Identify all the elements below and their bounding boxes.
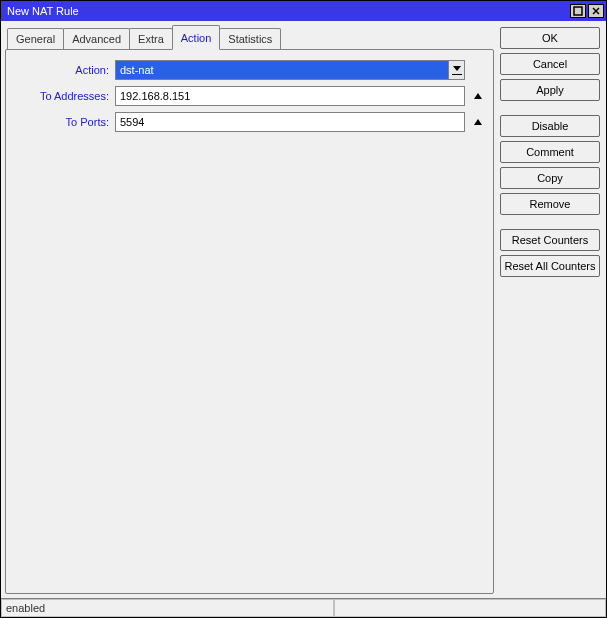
tab-action[interactable]: Action (172, 25, 221, 50)
reset-all-counters-button[interactable]: Reset All Counters (500, 255, 600, 277)
row-action: Action: dst-nat (14, 60, 485, 80)
to-ports-input[interactable] (115, 112, 465, 132)
tab-extra[interactable]: Extra (129, 28, 173, 49)
apply-button[interactable]: Apply (500, 79, 600, 101)
comment-button[interactable]: Comment (500, 141, 600, 163)
close-button[interactable] (588, 4, 604, 18)
dropdown-arrow-icon (448, 61, 464, 79)
collapse-to-ports-icon[interactable] (471, 119, 485, 125)
tab-strip: General Advanced Extra Action Statistics (5, 25, 494, 49)
titlebar: New NAT Rule (1, 1, 606, 21)
status-cell-empty (334, 599, 606, 617)
collapse-to-addresses-icon[interactable] (471, 93, 485, 99)
maximize-button[interactable] (570, 4, 586, 18)
to-addresses-input[interactable] (115, 86, 465, 106)
action-dropdown[interactable]: dst-nat (115, 60, 465, 80)
tab-advanced[interactable]: Advanced (63, 28, 130, 49)
tab-statistics[interactable]: Statistics (219, 28, 281, 49)
svg-rect-0 (574, 7, 582, 15)
to-ports-label: To Ports: (14, 116, 109, 128)
tab-general[interactable]: General (7, 28, 64, 49)
main-area: General Advanced Extra Action Statistics… (5, 25, 494, 594)
row-to-ports: To Ports: (14, 112, 485, 132)
row-to-addresses: To Addresses: (14, 86, 485, 106)
action-selected-value: dst-nat (116, 61, 448, 79)
status-text: enabled (1, 599, 334, 617)
tab-panel-action: Action: dst-nat (5, 49, 494, 594)
disable-button[interactable]: Disable (500, 115, 600, 137)
status-bar: enabled (1, 598, 606, 617)
to-addresses-label: To Addresses: (14, 90, 109, 102)
upper-section: General Advanced Extra Action Statistics… (1, 21, 606, 598)
cancel-button[interactable]: Cancel (500, 53, 600, 75)
window-controls (570, 4, 604, 18)
remove-button[interactable]: Remove (500, 193, 600, 215)
ok-button[interactable]: OK (500, 27, 600, 49)
button-column: OK Cancel Apply Disable Comment Copy Rem… (500, 25, 600, 594)
window-title: New NAT Rule (7, 5, 570, 17)
copy-button[interactable]: Copy (500, 167, 600, 189)
reset-counters-button[interactable]: Reset Counters (500, 229, 600, 251)
client-area: General Advanced Extra Action Statistics… (1, 21, 606, 617)
action-label: Action: (14, 64, 109, 76)
